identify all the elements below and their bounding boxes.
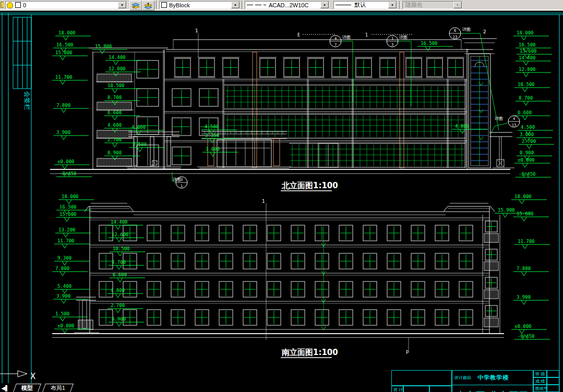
title-block-cell bbox=[547, 377, 559, 385]
title-block-empty-cell bbox=[391, 370, 452, 386]
tab-model-label: 模型 bbox=[21, 384, 33, 392]
svg-text:9.300: 9.300 bbox=[57, 255, 71, 261]
title-block-cell bbox=[547, 385, 559, 392]
svg-text:16.500: 16.500 bbox=[519, 42, 536, 47]
title-block-cell bbox=[547, 370, 559, 377]
svg-text:1: 1 bbox=[391, 36, 393, 41]
svg-text:3: 3 bbox=[391, 43, 393, 47]
svg-text:3.600: 3.600 bbox=[520, 132, 534, 137]
svg-text:2.700: 2.700 bbox=[111, 303, 125, 308]
svg-text:4.500: 4.500 bbox=[521, 125, 535, 130]
grid-label: X bbox=[30, 372, 35, 381]
svg-text:13.200: 13.200 bbox=[58, 227, 76, 232]
svg-text:-0.450: -0.450 bbox=[518, 334, 535, 339]
north-elevation-title: 北立面图1:100 bbox=[281, 181, 338, 190]
svg-text:1: 1 bbox=[181, 184, 183, 188]
svg-text:5.400: 5.400 bbox=[57, 284, 71, 289]
layout-tab-bar: ◀▌ 模型 布局1 bbox=[0, 383, 104, 392]
svg-text:8.700: 8.700 bbox=[519, 95, 533, 101]
annotations: 471361341331详图详图详图详图详图12E11PX bbox=[30, 27, 520, 381]
svg-text:-0.450: -0.450 bbox=[519, 172, 536, 177]
svg-text:15.800: 15.800 bbox=[55, 50, 73, 55]
layer-combo-dropdown-arrow[interactable]: ▼ bbox=[118, 2, 126, 8]
clipped-toolbar-icon bbox=[1, 2, 4, 8]
project-name: 中学教学楼 bbox=[477, 374, 509, 382]
lineweight-combo[interactable]: 默认 ▼ bbox=[333, 1, 397, 9]
svg-text:11.700: 11.700 bbox=[518, 239, 535, 244]
detail-marker-circle: 613 bbox=[449, 28, 461, 39]
plot-style-dropdown-arrow: ▼ bbox=[453, 2, 462, 8]
svg-text:7.800: 7.800 bbox=[56, 103, 70, 108]
svg-text:15.800: 15.800 bbox=[95, 44, 112, 49]
color-combo-dropdown-arrow[interactable]: ▼ bbox=[231, 2, 239, 8]
svg-text:3.350: 3.350 bbox=[205, 133, 219, 138]
color-combo[interactable]: ByBlock ▼ bbox=[159, 1, 240, 9]
svg-text:7.800: 7.800 bbox=[517, 266, 531, 271]
signature-bar-label: 会签栏 bbox=[23, 91, 31, 110]
svg-text:15.600: 15.600 bbox=[59, 212, 77, 217]
svg-text:3.900: 3.900 bbox=[56, 130, 70, 135]
south-elevation-title: 南立面图1:100 bbox=[281, 348, 338, 357]
svg-text:4.600: 4.600 bbox=[107, 123, 122, 128]
detail-label: 详图 bbox=[495, 116, 503, 121]
svg-text:14.400: 14.400 bbox=[519, 55, 536, 60]
svg-text:12.800: 12.800 bbox=[519, 67, 536, 72]
layer-name: 0 bbox=[23, 2, 26, 8]
svg-text:3.000: 3.000 bbox=[206, 146, 220, 152]
detail-label: 详图 bbox=[342, 35, 351, 40]
autocad-window: { "toolbar": { "layer_name": "0", "color… bbox=[0, 0, 563, 392]
drawing-area[interactable]: 会签栏北立面图1:10018.00016.50015.80015.80011.7… bbox=[0, 11, 563, 392]
svg-text:8.700: 8.700 bbox=[107, 95, 122, 100]
toolbar-separator bbox=[399, 1, 401, 9]
svg-text:0.900: 0.900 bbox=[107, 150, 122, 155]
layer-previous-button[interactable] bbox=[142, 1, 154, 10]
svg-text:7.800: 7.800 bbox=[55, 266, 69, 271]
svg-text:6.600: 6.600 bbox=[518, 110, 532, 115]
layer-lightbulb-icon bbox=[7, 2, 13, 8]
tab-model[interactable]: 模型 bbox=[13, 384, 41, 392]
svg-text:16.500: 16.500 bbox=[421, 41, 438, 46]
svg-text:10.500: 10.500 bbox=[113, 246, 130, 251]
svg-text:18.000: 18.000 bbox=[517, 30, 534, 35]
layer-combo[interactable]: 0 ▼ bbox=[5, 1, 127, 9]
drawing-canvas[interactable]: 会签栏北立面图1:10018.00016.50015.80015.80011.7… bbox=[0, 11, 563, 392]
svg-text:4.800: 4.800 bbox=[111, 288, 125, 293]
grid-label: 1 bbox=[365, 33, 368, 38]
svg-text:7: 7 bbox=[334, 43, 337, 47]
detail-marker-circle: 413 bbox=[508, 116, 520, 127]
svg-text:11.700: 11.700 bbox=[55, 75, 73, 80]
svg-text:4: 4 bbox=[334, 36, 337, 41]
grid-label: E bbox=[297, 33, 300, 38]
title-block-cell bbox=[429, 386, 452, 392]
svg-text:2.700: 2.700 bbox=[522, 139, 536, 144]
svg-text:6: 6 bbox=[454, 29, 456, 33]
svg-text:6.600: 6.600 bbox=[107, 110, 122, 115]
svg-text:18.000: 18.000 bbox=[514, 194, 532, 199]
svg-text:3.600: 3.600 bbox=[133, 142, 147, 147]
make-object-layer-current-button[interactable] bbox=[129, 1, 142, 10]
svg-text:10.500: 10.500 bbox=[107, 83, 125, 88]
svg-text:15.900: 15.900 bbox=[498, 207, 515, 213]
svg-text:±0.000: ±0.000 bbox=[514, 324, 532, 329]
lineweight-combo-dropdown-arrow[interactable]: ▼ bbox=[388, 2, 397, 8]
tab-layout1-label: 布局1 bbox=[51, 384, 65, 392]
title-block-sheetno-label: 图纸号 bbox=[533, 385, 547, 392]
svg-text:12.800: 12.800 bbox=[109, 66, 126, 71]
title-block-grade-label: 成 绩 bbox=[533, 377, 547, 385]
svg-text:4: 4 bbox=[513, 117, 515, 121]
tab-layout1[interactable]: 布局1 bbox=[42, 384, 74, 392]
title-block-cell bbox=[403, 386, 429, 392]
project-label: 设计题目: bbox=[454, 375, 472, 381]
svg-text:4.600: 4.600 bbox=[131, 125, 146, 130]
title-block: 设 计 制 图 设计题目: 中学教学楼 南立面 北立面图 班 级 成 绩 图纸号… bbox=[391, 370, 559, 392]
detail-marker-circle: 47 bbox=[330, 35, 341, 47]
title-block-design-label: 设 计 bbox=[391, 386, 403, 392]
linetype-combo-dropdown-arrow[interactable]: ▼ bbox=[320, 2, 329, 8]
svg-text:8.700: 8.700 bbox=[112, 260, 126, 265]
plot-style-combo[interactable]: 随颜色 ▼ bbox=[402, 1, 462, 9]
linetype-combo[interactable]: ACAD...2W10C ▼ bbox=[245, 1, 329, 9]
tab-navigation-icon[interactable]: ◀▌ bbox=[0, 384, 10, 392]
svg-text:±0.000: ±0.000 bbox=[57, 323, 75, 328]
detail-label: 详图 bbox=[462, 27, 471, 32]
svg-text:2.700: 2.700 bbox=[107, 137, 122, 142]
